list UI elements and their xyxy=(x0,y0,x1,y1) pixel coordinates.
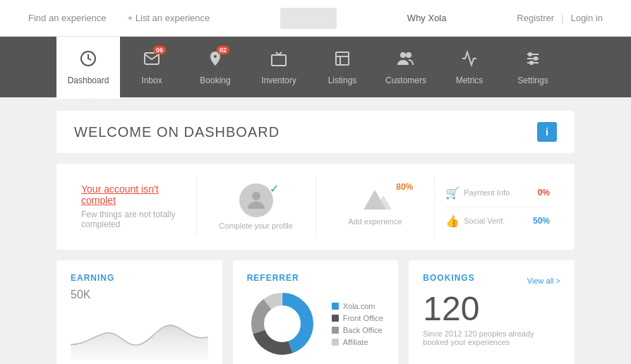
svg-point-6 xyxy=(406,52,411,58)
metrics-label: Metrics xyxy=(456,75,483,85)
svg-point-5 xyxy=(400,52,406,58)
check-icon: ✓ xyxy=(270,182,279,195)
bookings-title: BOOKINGS xyxy=(423,273,474,283)
account-incomplete: Your account isn't complet Few things ar… xyxy=(71,176,197,237)
svg-rect-2 xyxy=(336,52,349,65)
why-xola-link[interactable]: Why Xola xyxy=(407,13,447,23)
donut-container: Xola.com Front Office Back Office Affili… xyxy=(247,289,385,359)
experience-section: 80% Add experience xyxy=(316,176,435,237)
bookings-count: 120 xyxy=(423,292,560,326)
nav-item-booking[interactable]: 02 Booking xyxy=(184,37,247,99)
svg-point-13 xyxy=(252,192,260,200)
top-nav-center: Why Xola xyxy=(407,13,447,23)
dashboard-icon xyxy=(80,50,97,71)
legend-back: Back Office xyxy=(332,326,383,334)
inventory-icon xyxy=(270,50,287,71)
dashboard-label: Dashboard xyxy=(68,75,109,85)
top-nav-left: Find an experience + List an experience xyxy=(28,13,210,23)
customers-label: Customers xyxy=(385,75,426,85)
find-experience-link[interactable]: Find an experience xyxy=(28,13,107,23)
top-nav-right: Registrer | Login in xyxy=(517,13,603,23)
settings-label: Settings xyxy=(517,75,548,85)
top-nav-logo xyxy=(280,8,337,29)
booking-label: Booking xyxy=(200,75,230,85)
xola-dot xyxy=(332,303,339,310)
inbox-label: Inbox xyxy=(141,75,162,85)
list-experience-link[interactable]: + List an experience xyxy=(128,13,210,23)
nav-item-customers[interactable]: Customers xyxy=(374,37,438,99)
account-status-row: Your account isn't complet Few things ar… xyxy=(56,164,575,250)
experience-icon xyxy=(358,188,392,213)
inventory-label: Inventory xyxy=(261,75,296,85)
payment-social-section: 🛒 Payment Info 0% 👍 Social Verif. 50% xyxy=(435,176,560,237)
earning-card: EARNING 50K Jan Feb Mar xyxy=(56,260,222,364)
info-button[interactable]: i xyxy=(537,122,557,142)
legend-front: Front Office xyxy=(332,314,383,322)
back-dot xyxy=(332,327,339,334)
nav-item-inventory[interactable]: Inventory xyxy=(247,37,311,99)
earning-value: 50K xyxy=(71,289,208,301)
user-icon xyxy=(244,188,269,213)
svg-point-10 xyxy=(529,53,531,56)
incomplete-subtitle: Few things are not totally completed xyxy=(81,210,186,229)
experience-label: Add experience xyxy=(348,217,402,226)
svg-point-12 xyxy=(530,61,533,64)
nav-item-inbox[interactable]: 06 Inbox xyxy=(120,37,184,99)
mountain-icon xyxy=(358,188,392,211)
social-percent: 50% xyxy=(533,216,550,226)
nav-item-listings[interactable]: Listings xyxy=(311,37,374,99)
profile-section: ✓ Complete your profile xyxy=(197,176,316,237)
payment-row: 🛒 Payment Info 0% xyxy=(445,186,550,200)
inbox-icon: 06 xyxy=(143,50,160,71)
content-area: WELCOME ON DASHBOARD i Your account isn'… xyxy=(0,107,631,364)
referrer-legend: Xola.com Front Office Back Office Affili… xyxy=(332,302,383,346)
customers-icon xyxy=(397,50,415,71)
profile-label: Complete your profile xyxy=(219,222,293,230)
social-label: Social Verif. xyxy=(464,217,533,225)
front-label: Front Office xyxy=(343,314,383,322)
login-link[interactable]: Login in xyxy=(570,13,603,23)
listings-icon xyxy=(334,50,351,71)
bookings-description: Since 2012 120 peoples already booked yo… xyxy=(423,329,560,346)
thumb-icon: 👍 xyxy=(445,214,459,228)
payment-percent: 0% xyxy=(538,188,550,198)
bookings-header: BOOKINGS View all > xyxy=(423,273,560,289)
listings-label: Listings xyxy=(328,75,357,85)
donut-chart xyxy=(247,289,318,359)
earning-chart xyxy=(71,307,208,363)
xola-label: Xola.com xyxy=(343,302,375,310)
metrics-icon xyxy=(461,50,478,71)
booking-icon: 02 xyxy=(207,50,224,71)
inbox-badge: 06 xyxy=(153,46,166,54)
settings-icon xyxy=(524,50,541,71)
referrer-card: REFERRER Xola.com xyxy=(233,260,399,364)
payment-label: Payment Info xyxy=(464,188,537,197)
view-all-link[interactable]: View all > xyxy=(527,277,560,285)
cart-icon: 🛒 xyxy=(445,186,459,200)
divider xyxy=(445,207,550,207)
stats-row: EARNING 50K Jan Feb Mar xyxy=(56,260,575,364)
main-nav: Dashboard 06 Inbox 02 Booking In xyxy=(0,37,631,99)
svg-point-19 xyxy=(258,299,307,348)
referrer-title: REFERRER xyxy=(247,273,385,283)
booking-badge: 02 xyxy=(217,46,229,54)
divider: | xyxy=(561,13,563,23)
top-nav: Find an experience + List an experience … xyxy=(0,0,631,37)
affiliate-dot xyxy=(332,339,339,346)
experience-percent: 80% xyxy=(396,182,413,192)
earning-chart-svg xyxy=(71,307,208,360)
svg-point-11 xyxy=(534,57,537,60)
earning-title: EARNING xyxy=(71,273,208,283)
nav-item-dashboard[interactable]: Dashboard xyxy=(56,37,120,99)
front-dot xyxy=(332,315,339,322)
social-row: 👍 Social Verif. 50% xyxy=(445,214,550,228)
bookings-card: BOOKINGS View all > 120 Since 2012 120 p… xyxy=(409,260,575,364)
welcome-header: WELCOME ON DASHBOARD i xyxy=(56,111,575,153)
nav-item-metrics[interactable]: Metrics xyxy=(438,37,501,99)
legend-affiliate: Affiliate xyxy=(332,338,383,346)
back-label: Back Office xyxy=(343,326,383,334)
nav-item-settings[interactable]: Settings xyxy=(501,37,565,99)
register-link[interactable]: Registrer xyxy=(517,13,554,23)
incomplete-title: Your account isn't complet xyxy=(81,183,186,206)
page-title: WELCOME ON DASHBOARD xyxy=(74,124,280,140)
